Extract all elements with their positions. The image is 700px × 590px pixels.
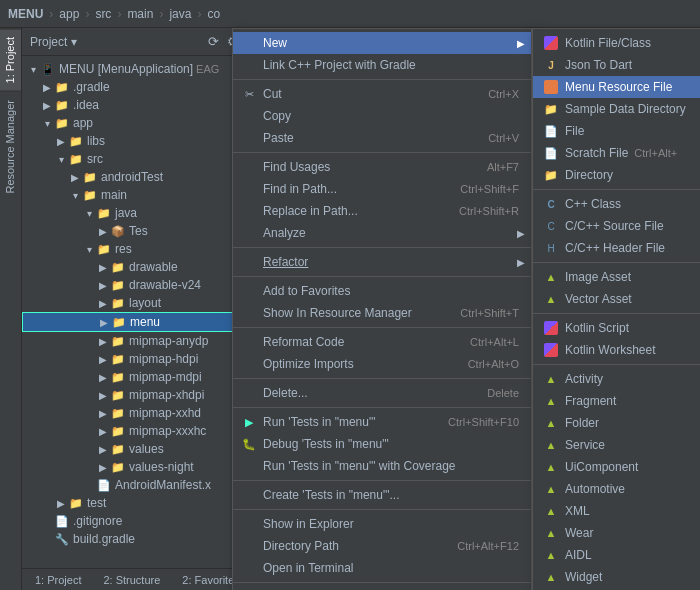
breadcrumb-java[interactable]: java xyxy=(169,7,191,21)
menu-item-delete[interactable]: Delete... Delete xyxy=(233,382,531,404)
breadcrumb-main[interactable]: main xyxy=(127,7,153,21)
menu-item-label: Run 'Tests in "menu"' xyxy=(263,415,428,429)
tree-item[interactable]: ▶ 📁 drawable xyxy=(22,258,249,276)
submenu-item-label: Activity xyxy=(565,372,603,386)
tree-item[interactable]: ▶ 📁 mipmap-anydp xyxy=(22,332,249,350)
submenu-item-directory[interactable]: 📁 Directory xyxy=(533,164,700,186)
tree-item[interactable]: ▶ 📁 values xyxy=(22,440,249,458)
submenu-item-uicomponent[interactable]: ▲ UiComponent xyxy=(533,456,700,478)
menu-label[interactable]: MENU xyxy=(8,7,43,21)
delete-icon xyxy=(241,385,257,401)
android-icon: ▲ xyxy=(543,525,559,541)
menu-item-run-tests[interactable]: ▶ Run 'Tests in "menu"' Ctrl+Shift+F10 xyxy=(233,411,531,433)
menu-item-new[interactable]: New ▶ xyxy=(233,32,531,54)
menu-item-find-usages[interactable]: Find Usages Alt+F7 xyxy=(233,156,531,178)
tree-item[interactable]: ▶ 📁 libs xyxy=(22,132,249,150)
submenu-item-cpp-class[interactable]: C C++ Class xyxy=(533,193,700,215)
tree-item[interactable]: ▾ 📁 src xyxy=(22,150,249,168)
tree-item[interactable]: ▾ 📁 res xyxy=(22,240,249,258)
menu-item-create-tests[interactable]: Create 'Tests in "menu"'... xyxy=(233,484,531,506)
submenu-item-scratch-file[interactable]: 📄 Scratch File Ctrl+Alt+ xyxy=(533,142,700,164)
tree-item[interactable]: ▶ 📁 drawable-v24 xyxy=(22,276,249,294)
tree-item[interactable]: ▶ 📁 mipmap-xxhd xyxy=(22,404,249,422)
submenu-item-activity[interactable]: ▲ Activity xyxy=(533,368,700,390)
menu-item-optimize[interactable]: Optimize Imports Ctrl+Alt+O xyxy=(233,353,531,375)
submenu-item-file[interactable]: 📄 File xyxy=(533,120,700,142)
tree-item[interactable]: ▶ 📁 mipmap-xxxhc xyxy=(22,422,249,440)
tree-item[interactable]: ▶ 📁 .gradle xyxy=(22,78,249,96)
submenu-item-cpp-header[interactable]: H C/C++ Header File xyxy=(533,237,700,259)
submenu-item-fragment[interactable]: ▲ Fragment xyxy=(533,390,700,412)
menu-item-link-cpp[interactable]: Link C++ Project with Gradle xyxy=(233,54,531,76)
submenu-item-service[interactable]: ▲ Service xyxy=(533,434,700,456)
submenu-item-kotlin-file[interactable]: Kotlin File/Class xyxy=(533,32,700,54)
menu-item-dir-path[interactable]: Directory Path Ctrl+Alt+F12 xyxy=(233,535,531,557)
tree-item-menu[interactable]: ▶ 📁 menu xyxy=(22,312,249,332)
sync-icon[interactable]: ⟳ xyxy=(205,34,221,50)
tree-item[interactable]: ▶ 📁 test xyxy=(22,494,249,512)
tree-root[interactable]: ▾ 📱 MENU [MenuApplication] EAG xyxy=(22,60,249,78)
menu-item-show-explorer[interactable]: Show in Explorer xyxy=(233,513,531,535)
menu-item-local-history[interactable]: Local History ▶ xyxy=(233,586,531,590)
menu-item-reformat[interactable]: Reformat Code Ctrl+Alt+L xyxy=(233,331,531,353)
submenu-item-widget[interactable]: ▲ Widget xyxy=(533,566,700,588)
tree-item[interactable]: ▶ 📁 values-night xyxy=(22,458,249,476)
tree-item[interactable]: ▶ 📁 mipmap-mdpi xyxy=(22,368,249,386)
menu-item-add-favorites[interactable]: Add to Favorites xyxy=(233,280,531,302)
submenu-item-cpp-source[interactable]: C C/C++ Source File xyxy=(533,215,700,237)
menu-item-run-coverage[interactable]: Run 'Tests in "menu"' with Coverage xyxy=(233,455,531,477)
shortcut: Ctrl+Alt+F12 xyxy=(457,540,519,552)
menu-item-copy[interactable]: Copy xyxy=(233,105,531,127)
tree-item[interactable]: 📄 .gitignore xyxy=(22,512,249,530)
kotlin-icon xyxy=(543,342,559,358)
menu-item-replace-path[interactable]: Replace in Path... Ctrl+Shift+R xyxy=(233,200,531,222)
menu-item-analyze[interactable]: Analyze ▶ xyxy=(233,222,531,244)
submenu-item-automotive[interactable]: ▲ Automotive xyxy=(533,478,700,500)
submenu-item-aidl[interactable]: ▲ AIDL xyxy=(533,544,700,566)
bottom-tab-project[interactable]: 1: Project xyxy=(26,571,90,589)
tree-item[interactable]: ▶ 📁 androidTest xyxy=(22,168,249,186)
tree-item-label: mipmap-xxxhc xyxy=(129,424,206,438)
tree-item[interactable]: 📄 AndroidManifest.x xyxy=(22,476,249,494)
submenu-item-xml[interactable]: ▲ XML xyxy=(533,500,700,522)
tree-item[interactable]: ▶ 📦 Tes xyxy=(22,222,249,240)
tree-item[interactable]: ▶ 📁 mipmap-hdpi xyxy=(22,350,249,368)
breadcrumb-app[interactable]: app xyxy=(59,7,79,21)
sidebar-item-resource-manager[interactable]: Resource Manager xyxy=(0,91,21,202)
submenu-item-kotlin-worksheet[interactable]: Kotlin Worksheet xyxy=(533,339,700,361)
project-panel: Project ▾ ⟳ ⚙ ▾ 📱 MENU [MenuApplication]… xyxy=(22,28,250,590)
tree-item[interactable]: ▾ 📁 java xyxy=(22,204,249,222)
menu-item-find-path[interactable]: Find in Path... Ctrl+Shift+F xyxy=(233,178,531,200)
menu-item-paste[interactable]: Paste Ctrl+V xyxy=(233,127,531,149)
submenu-item-folder[interactable]: ▲ Folder xyxy=(533,412,700,434)
menu-item-cut[interactable]: ✂ Cut Ctrl+X xyxy=(233,83,531,105)
tree-item-label: .gradle xyxy=(73,80,110,94)
breadcrumb-co[interactable]: co xyxy=(207,7,220,21)
menu-item-debug-tests[interactable]: 🐛 Debug 'Tests in "menu"' xyxy=(233,433,531,455)
submenu-item-vector-asset[interactable]: ▲ Vector Asset xyxy=(533,288,700,310)
menu-item-terminal[interactable]: Open in Terminal xyxy=(233,557,531,579)
tree-item[interactable]: ▶ 📁 layout xyxy=(22,294,249,312)
tree-item[interactable]: ▶ 📁 mipmap-xhdpi xyxy=(22,386,249,404)
submenu-item-kotlin-script[interactable]: Kotlin Script xyxy=(533,317,700,339)
submenu-item-image-asset[interactable]: ▲ Image Asset xyxy=(533,266,700,288)
run-icon: ▶ xyxy=(241,414,257,430)
menu-item-refactor[interactable]: Refactor ▶ xyxy=(233,251,531,273)
submenu-item-json-dart[interactable]: J Json To Dart xyxy=(533,54,700,76)
sidebar-item-project[interactable]: 1: Project xyxy=(0,28,21,91)
tree-item[interactable]: ▾ 📁 main xyxy=(22,186,249,204)
folder-icon: 📁 xyxy=(110,441,126,457)
submenu-item-menu-resource[interactable]: Menu Resource File xyxy=(533,76,700,98)
breadcrumb-src[interactable]: src xyxy=(95,7,111,21)
context-menu: New ▶ Link C++ Project with Gradle ✂ Cut… xyxy=(232,28,532,590)
menu-item-show-resource[interactable]: Show In Resource Manager Ctrl+Shift+T xyxy=(233,302,531,324)
submenu-item-wear[interactable]: ▲ Wear xyxy=(533,522,700,544)
menu-item-label: Link C++ Project with Gradle xyxy=(263,58,519,72)
folder-icon: 📁 xyxy=(110,369,126,385)
tree-item[interactable]: 🔧 build.gradle xyxy=(22,530,249,548)
tree-item[interactable]: ▾ 📁 app xyxy=(22,114,249,132)
bottom-tab-structure[interactable]: 2: Structure xyxy=(94,571,169,589)
tree-item[interactable]: ▶ 📁 .idea xyxy=(22,96,249,114)
menu-sep xyxy=(233,378,531,379)
submenu-item-sample-data[interactable]: 📁 Sample Data Directory xyxy=(533,98,700,120)
